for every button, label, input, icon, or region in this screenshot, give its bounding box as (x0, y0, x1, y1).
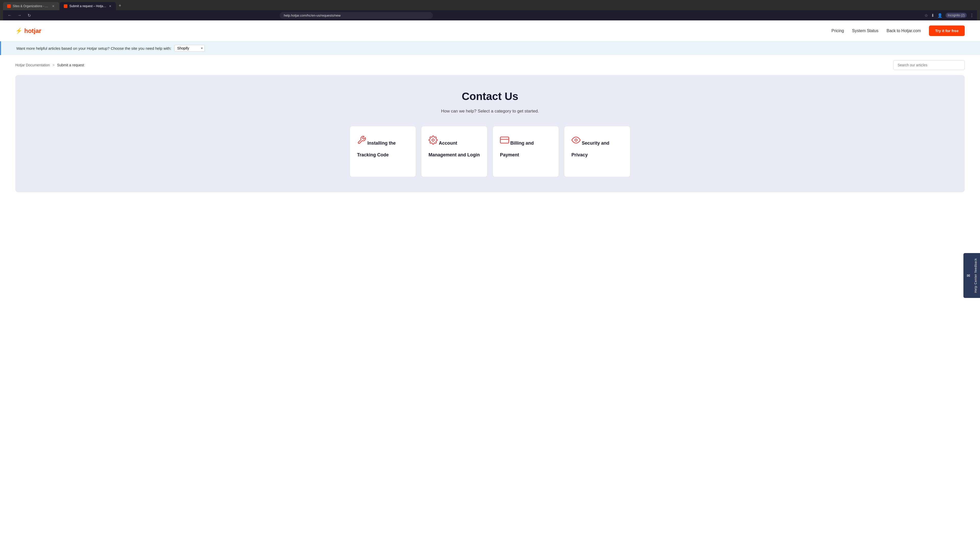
breadcrumb: Hotjar Documentation > Submit a request (15, 63, 84, 67)
search-input[interactable] (893, 60, 965, 70)
tab-2[interactable]: Submit a request – Hotjar Docu... ✕ (60, 2, 116, 10)
tab-1-label: Sites & Organizations - Hotjar (13, 4, 49, 8)
tab-1-close[interactable]: ✕ (51, 4, 55, 8)
breadcrumb-documentation[interactable]: Hotjar Documentation (15, 63, 50, 67)
svg-point-0 (432, 139, 434, 141)
tab-bar: Sites & Organizations - Hotjar ✕ Submit … (3, 2, 977, 10)
download-icon[interactable]: ⬇ (931, 13, 934, 18)
breadcrumb-current: Submit a request (57, 63, 84, 67)
svg-rect-1 (501, 137, 509, 143)
page-title: Contact Us (462, 90, 518, 103)
category-card-security[interactable]: Security and Privacy (564, 126, 630, 177)
logo[interactable]: ⚡ hotjar (15, 27, 41, 35)
logo-text: hotjar (24, 27, 41, 35)
address-input[interactable] (280, 12, 433, 19)
main-content: Contact Us How can we help? Select a cat… (15, 75, 965, 192)
category-card-installing[interactable]: Installing the Tracking Code (350, 126, 416, 177)
menu-icon[interactable]: ⋮ (970, 13, 974, 18)
logo-icon: ⚡ (15, 27, 22, 34)
page-subtitle: How can we help? Select a category to ge… (441, 109, 539, 114)
category-grid: Installing the Tracking Code Account Man… (350, 126, 630, 177)
tab-1-favicon (7, 4, 11, 8)
address-bar: ← → ↻ ☆ ⬇ 👤 Incognito (2) ⋮ (3, 10, 977, 21)
profile-icon[interactable]: 👤 (937, 13, 942, 18)
page-wrapper: ⚡ hotjar Pricing System Status Back to H… (0, 21, 980, 192)
browser-chrome: Sites & Organizations - Hotjar ✕ Submit … (0, 0, 980, 21)
breadcrumb-separator: > (52, 63, 54, 67)
header-nav: Pricing System Status Back to Hotjar.com… (832, 25, 965, 36)
new-tab-button[interactable]: + (116, 2, 124, 9)
reload-button[interactable]: ↻ (25, 12, 33, 19)
category-card-account[interactable]: Account Management and Login (421, 126, 487, 177)
gear-icon (428, 135, 438, 147)
tab-1[interactable]: Sites & Organizations - Hotjar ✕ (3, 2, 59, 10)
forward-button[interactable]: → (16, 12, 23, 19)
browser-actions: ☆ ⬇ 👤 Incognito (2) ⋮ (924, 13, 974, 18)
category-card-billing[interactable]: Billing and Payment (493, 126, 559, 177)
svg-point-3 (575, 139, 577, 141)
nav-pricing[interactable]: Pricing (832, 29, 844, 33)
banner-select-wrapper: Shopify WordPress Wix Squarespace (174, 45, 205, 52)
wallet-icon (500, 135, 509, 147)
back-button[interactable]: ← (6, 12, 13, 19)
tab-2-close[interactable]: ✕ (108, 4, 112, 8)
tab-2-favicon (64, 4, 67, 8)
incognito-badge[interactable]: Incognito (2) (945, 13, 967, 18)
try-free-button[interactable]: Try it for free (929, 25, 965, 36)
site-header: ⚡ hotjar Pricing System Status Back to H… (0, 21, 980, 41)
nav-back-hotjar[interactable]: Back to Hotjar.com (886, 29, 921, 33)
banner-text: Want more helpful articles based on your… (16, 46, 171, 51)
setup-banner: Want more helpful articles based on your… (0, 41, 980, 55)
tab-2-label: Submit a request – Hotjar Docu... (69, 4, 107, 8)
wrench-icon (357, 135, 366, 147)
bookmark-icon[interactable]: ☆ (924, 13, 928, 18)
eye-icon (571, 135, 581, 147)
banner-site-select[interactable]: Shopify WordPress Wix Squarespace (174, 45, 205, 52)
nav-system-status[interactable]: System Status (852, 29, 878, 33)
breadcrumb-bar: Hotjar Documentation > Submit a request (0, 55, 980, 75)
